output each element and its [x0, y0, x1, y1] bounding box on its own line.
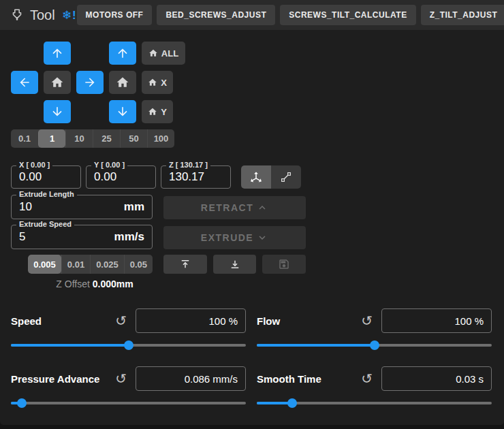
move-x-minus-button[interactable] — [11, 71, 38, 94]
position-y-label: Y [ 0.00 ] — [91, 161, 127, 169]
z-offset-value: 0.000mm — [93, 279, 133, 289]
arrow-down-icon — [50, 105, 64, 118]
macro-motors-off-button[interactable]: MOTORS OFF — [77, 5, 153, 25]
z-offset-down-button[interactable] — [213, 255, 257, 274]
toolhead-panel: Tool ❄! MOTORS OFF BED_SCREWS_ADJUST SCR… — [0, 0, 504, 425]
position-z-value: 130.17 — [169, 170, 204, 184]
position-y-field[interactable]: Y [ 0.00 ] 0.00 — [86, 165, 156, 189]
position-y-value: 0.00 — [94, 170, 116, 184]
pressure-advance-value: 0.086 mm/s — [185, 373, 238, 385]
speed-value: 100 % — [208, 315, 238, 327]
arrow-down-icon — [116, 105, 129, 118]
extrude-button[interactable]: EXTRUDE — [163, 226, 306, 249]
extrude-section: Extrude Length 10 mm Extrude Speed 5 mm/… — [11, 195, 493, 249]
slider-thumb[interactable] — [370, 340, 379, 350]
save-icon — [278, 258, 290, 270]
move-step-1[interactable]: 1 — [38, 129, 65, 148]
speed-input[interactable]: 100 % — [136, 308, 246, 333]
move-step-0.1[interactable]: 0.1 — [11, 129, 38, 148]
home-icon — [148, 48, 158, 58]
panel-header: Tool ❄! MOTORS OFF BED_SCREWS_ADJUST SCR… — [0, 0, 504, 30]
home-z-button[interactable] — [109, 71, 136, 94]
move-step-50[interactable]: 50 — [120, 129, 147, 148]
move-step-25[interactable]: 25 — [93, 129, 120, 148]
panel-body: ALL X — [0, 30, 504, 419]
position-z-field[interactable]: Z [ 130.17 ] 130.17 — [161, 165, 231, 189]
z-offset-step-0.025[interactable]: 0.025 — [90, 255, 124, 274]
macro-bed-screws-adjust-button[interactable]: BED_SCREWS_ADJUST — [157, 5, 275, 25]
macro-buttons: MOTORS OFF BED_SCREWS_ADJUST SCREWS_TILT… — [77, 5, 504, 25]
home-all-button[interactable]: ALL — [142, 42, 185, 65]
slider-thumb[interactable] — [124, 340, 133, 350]
slider-thumb[interactable] — [287, 398, 297, 408]
jog-pad: ALL X — [11, 42, 493, 123]
home-x-button[interactable]: X — [142, 71, 173, 94]
z-offset-readout: Z Offset 0.000mm — [37, 279, 153, 289]
smooth-time-slider[interactable] — [257, 398, 492, 408]
z-offset-row: 0.005 0.01 0.025 0.05 — [11, 255, 493, 274]
move-y-plus-button[interactable] — [44, 42, 71, 65]
z-offset-step-group: 0.005 0.01 0.025 0.05 — [28, 255, 153, 274]
move-step-100[interactable]: 100 — [147, 129, 174, 148]
flow-input[interactable]: 100 % — [381, 308, 492, 333]
printer-nozzle-icon — [10, 7, 25, 23]
speed-slider[interactable] — [11, 340, 246, 350]
move-step-group: 0.1 1 10 25 50 100 — [11, 129, 174, 148]
move-z-minus-button[interactable] — [109, 100, 136, 123]
slider-thumb[interactable] — [17, 398, 27, 408]
macro-z-tilt-adjust-button[interactable]: Z_TILT_ADJUST — [421, 5, 504, 25]
vector-move-mode-button[interactable] — [271, 165, 301, 189]
arrow-up-icon — [116, 46, 129, 60]
extrude-length-value: 10 — [19, 200, 32, 214]
macro-screws-tilt-calculate-button[interactable]: SCREWS_TILT_CALCULATE — [280, 5, 415, 25]
home-xy-button[interactable] — [44, 71, 71, 94]
z-offset-step-0.01[interactable]: 0.01 — [61, 255, 90, 274]
position-z-label: Z [ 130.17 ] — [166, 161, 210, 169]
smooth-time-input[interactable]: 0.03 s — [381, 366, 492, 391]
smooth-time-control: Smooth Time ↺ 0.03 s — [257, 366, 492, 408]
z-offset-save-button[interactable] — [262, 255, 306, 274]
home-y-button[interactable]: Y — [142, 100, 173, 123]
pressure-advance-slider[interactable] — [11, 398, 246, 408]
arrow-collapse-down-icon — [229, 258, 241, 270]
move-x-plus-button[interactable] — [76, 71, 104, 94]
arrow-left-icon — [18, 76, 31, 89]
z-offset-step-0.05[interactable]: 0.05 — [124, 255, 153, 274]
move-step-10[interactable]: 10 — [65, 129, 93, 148]
z-offset-up-button[interactable] — [163, 255, 207, 274]
z-offset-step-0.005[interactable]: 0.005 — [28, 255, 61, 274]
smooth-time-value: 0.03 s — [456, 373, 484, 385]
flow-value: 100 % — [454, 315, 484, 327]
smooth-time-label: Smooth Time — [257, 373, 361, 385]
speed-control: Speed ↺ 100 % — [11, 308, 246, 350]
chevron-up-icon — [256, 202, 268, 214]
move-z-plus-button[interactable] — [109, 42, 136, 65]
axis-arrow-icon — [250, 171, 262, 183]
retract-button[interactable]: RETRACT — [163, 196, 306, 219]
pressure-advance-input[interactable]: 0.086 mm/s — [136, 366, 246, 391]
flow-label: Flow — [257, 315, 361, 327]
extrude-length-label: Extrude Length — [16, 190, 77, 198]
reset-icon[interactable]: ↺ — [361, 372, 373, 385]
slider-section: Speed ↺ 100 % Flow ↺ 100 % — [11, 308, 493, 408]
flow-slider[interactable] — [257, 340, 492, 350]
extrude-speed-unit: mm/s — [114, 230, 144, 244]
move-y-minus-button[interactable] — [44, 100, 71, 123]
axis-move-mode-button[interactable] — [241, 165, 271, 189]
extrude-length-field[interactable]: Extrude Length 10 mm — [11, 195, 153, 219]
arrow-up-icon — [50, 46, 64, 60]
chevron-down-icon — [256, 232, 268, 244]
reset-icon[interactable]: ↺ — [361, 314, 373, 328]
flow-control: Flow ↺ 100 % — [257, 308, 492, 350]
extrude-speed-field[interactable]: Extrude Speed 5 mm/s — [11, 225, 153, 249]
reset-icon[interactable]: ↺ — [115, 314, 127, 328]
home-icon — [50, 76, 64, 89]
arrow-right-icon — [83, 76, 97, 89]
extrude-speed-label: Extrude Speed — [16, 220, 74, 228]
reset-icon[interactable]: ↺ — [115, 372, 127, 385]
move-mode-toggle — [241, 165, 301, 189]
pressure-advance-label: Pressure Advance — [11, 373, 115, 385]
position-row: X [ 0.00 ] 0.00 Y [ 0.00 ] 0.00 Z [ 130.… — [11, 165, 493, 189]
home-icon — [148, 78, 157, 87]
position-x-field[interactable]: X [ 0.00 ] 0.00 — [11, 165, 81, 189]
